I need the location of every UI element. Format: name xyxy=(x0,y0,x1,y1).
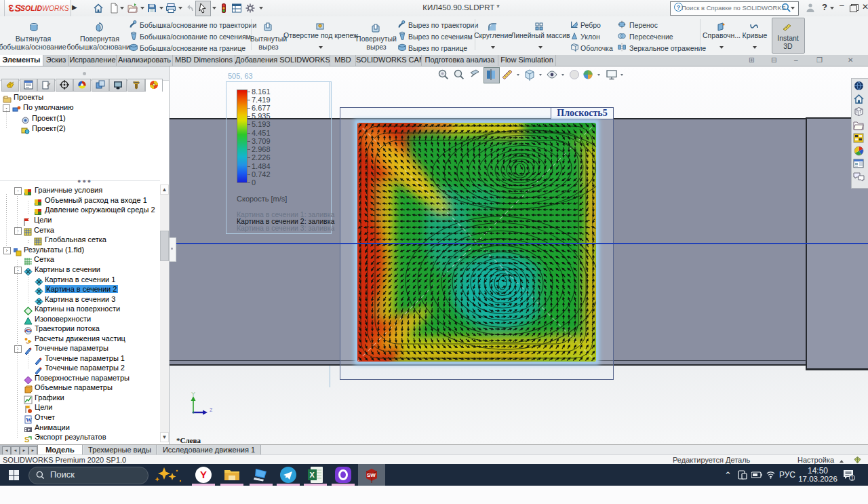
svg-text:X: X xyxy=(310,471,315,479)
svg-text:WORKS: WORKS xyxy=(42,4,68,12)
svg-text:1: 1 xyxy=(851,476,854,480)
svg-text:z: z xyxy=(210,406,213,413)
svg-text:SOLID: SOLID xyxy=(20,4,43,12)
svg-text:SW: SW xyxy=(367,472,376,478)
svg-text:3: 3 xyxy=(9,3,14,14)
